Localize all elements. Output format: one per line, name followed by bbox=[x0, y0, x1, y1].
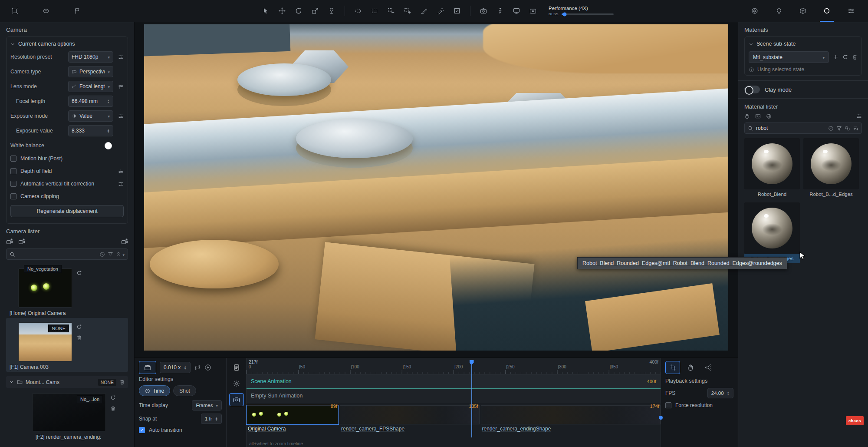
hand-icon[interactable] bbox=[683, 361, 698, 374]
timeline-clip[interactable]: 89f Original Camera bbox=[247, 404, 339, 433]
camera-tool-icon[interactable] bbox=[477, 4, 490, 18]
monitor-icon[interactable] bbox=[510, 4, 523, 18]
select-all-icon[interactable] bbox=[450, 4, 464, 18]
add-folder-camera-icon[interactable] bbox=[121, 238, 128, 245]
viewport-render[interactable] bbox=[144, 24, 728, 351]
camera-list-item-selected[interactable]: NONE [F1] Camera 003 bbox=[6, 318, 128, 372]
refresh-icon[interactable] bbox=[110, 395, 116, 401]
material-sliders-icon[interactable] bbox=[856, 113, 862, 119]
camera-folder-row[interactable]: Mount... Cams NONE bbox=[6, 376, 128, 388]
sort-icon[interactable] bbox=[853, 126, 858, 131]
refresh-icon[interactable] bbox=[76, 324, 82, 330]
sun-animation-icon[interactable] bbox=[229, 377, 244, 390]
shot-list-icon[interactable] bbox=[229, 361, 244, 374]
settings-icon[interactable] bbox=[844, 0, 858, 22]
nodes-icon[interactable] bbox=[701, 361, 716, 374]
camera-track-icon[interactable] bbox=[229, 393, 244, 406]
resolution-sliders-icon[interactable] bbox=[118, 54, 124, 60]
stepper-icon[interactable] bbox=[727, 391, 730, 395]
image-icon[interactable] bbox=[755, 113, 761, 119]
camera-type-select[interactable]: Perspective bbox=[68, 66, 113, 77]
stepper-icon[interactable] bbox=[215, 417, 218, 421]
material-name[interactable]: Robot_B...d_Edges bbox=[803, 189, 859, 199]
spheres-view-icon[interactable] bbox=[845, 126, 850, 131]
select-brush-icon[interactable] bbox=[417, 4, 431, 18]
select-ellipse-icon[interactable] bbox=[351, 4, 365, 18]
add-camera-group-icon[interactable] bbox=[18, 238, 25, 245]
stepper-icon[interactable] bbox=[107, 99, 110, 103]
select-subtract-icon[interactable] bbox=[384, 4, 398, 18]
fps-input[interactable]: 24.00 bbox=[707, 388, 733, 398]
force-resolution-checkbox[interactable] bbox=[665, 402, 671, 408]
material-search-input[interactable] bbox=[756, 125, 825, 131]
depth-of-field-checkbox[interactable] bbox=[10, 168, 16, 174]
auto-transition-checkbox[interactable] bbox=[139, 427, 145, 433]
add-camera-icon[interactable] bbox=[6, 238, 13, 245]
material-item[interactable]: Robot_B...d_Edges bbox=[803, 138, 859, 199]
trash-icon[interactable] bbox=[119, 379, 125, 385]
clear-search-icon[interactable] bbox=[828, 126, 834, 131]
select-magic-icon[interactable] bbox=[434, 4, 447, 18]
export-selection-icon[interactable] bbox=[308, 4, 322, 18]
camera-name[interactable]: [F2] render_camera_ending: bbox=[36, 434, 128, 440]
camera-thumbnail[interactable]: NONE bbox=[18, 322, 72, 361]
filter-icon[interactable] bbox=[836, 126, 842, 131]
tab-shot[interactable]: Shot bbox=[173, 385, 196, 396]
globe-icon[interactable] bbox=[766, 113, 772, 119]
material-item[interactable]: Robot_Blend bbox=[744, 138, 800, 199]
box3d-icon[interactable] bbox=[8, 4, 22, 18]
select-add-icon[interactable] bbox=[401, 4, 414, 18]
exposure-sliders-icon[interactable] bbox=[118, 113, 124, 119]
select-rect-icon[interactable] bbox=[368, 4, 381, 18]
lens-sliders-icon[interactable] bbox=[118, 84, 124, 89]
hand-pick-icon[interactable] bbox=[744, 113, 750, 119]
camera-list-item[interactable]: No_...ion [F2] render_camera_ending: bbox=[6, 389, 128, 442]
dof-sliders-icon[interactable] bbox=[118, 169, 124, 174]
exposure-mode-select[interactable]: Value bbox=[68, 110, 113, 122]
materials-tab-icon[interactable] bbox=[820, 0, 834, 22]
motion-blur-checkbox[interactable] bbox=[10, 156, 16, 162]
geometry-icon[interactable] bbox=[796, 0, 810, 22]
white-balance-swatch[interactable] bbox=[105, 142, 112, 149]
rotate-tool-icon[interactable] bbox=[292, 4, 306, 18]
clip-thumbnail[interactable] bbox=[481, 405, 661, 424]
render-settings-icon[interactable] bbox=[748, 0, 762, 22]
performance-slider-knob[interactable] bbox=[563, 12, 567, 16]
clip-name[interactable]: render_camera_FPSShape bbox=[340, 424, 480, 432]
person-filter-icon[interactable] bbox=[116, 251, 125, 258]
focal-length-input[interactable]: 66.498 mm bbox=[68, 96, 113, 107]
torus-icon[interactable] bbox=[39, 4, 53, 18]
camera-thumbnail[interactable]: No_vegetation bbox=[18, 268, 72, 308]
add-substate-icon[interactable] bbox=[833, 54, 838, 60]
camera-list-item[interactable]: No_vegetation [Home] Original Camera bbox=[6, 264, 128, 318]
clip-thumbnail[interactable] bbox=[340, 405, 480, 424]
resolution-preset-select[interactable]: FHD 1080p bbox=[68, 51, 113, 63]
sun-animation-track[interactable]: Empty Sun Animation bbox=[247, 389, 661, 403]
exposure-value-input[interactable]: 8.333 bbox=[68, 125, 113, 136]
scene-substate-header[interactable]: Scene sub-state bbox=[749, 41, 858, 47]
snapshot-icon[interactable] bbox=[526, 4, 540, 18]
flag-icon[interactable] bbox=[70, 4, 84, 18]
snap-input[interactable]: 1 fr bbox=[201, 414, 222, 424]
lens-mode-select[interactable]: Focal length bbox=[68, 81, 113, 92]
tab-time[interactable]: Time bbox=[139, 385, 170, 396]
camera-search-input[interactable] bbox=[18, 251, 97, 257]
material-name[interactable]: Robot_Blend bbox=[744, 189, 800, 199]
trash-icon[interactable] bbox=[76, 335, 82, 341]
delete-substate-icon[interactable] bbox=[852, 54, 858, 60]
timeline-ruler[interactable]: 217f 400f 0 |50 |100 |150 |200 |250 |300… bbox=[247, 358, 661, 374]
material-preview[interactable] bbox=[803, 138, 859, 189]
material-item-selected[interactable]: Robot_B...ndedges bbox=[744, 202, 800, 263]
playback-speed-input[interactable]: 0.010 x bbox=[160, 362, 191, 373]
walk-mode-icon[interactable] bbox=[493, 4, 507, 18]
play-icon[interactable] bbox=[204, 364, 211, 371]
substate-select[interactable]: Mtl_substate bbox=[749, 51, 829, 63]
refresh-substate-icon[interactable] bbox=[842, 54, 848, 60]
stepper-icon[interactable] bbox=[184, 365, 186, 370]
camera-clipping-checkbox[interactable] bbox=[10, 193, 16, 199]
material-preview[interactable] bbox=[744, 138, 800, 189]
performance-slider[interactable] bbox=[562, 13, 614, 15]
camera-name[interactable]: [Home] Original Camera bbox=[10, 310, 128, 316]
stepper-icon[interactable] bbox=[107, 129, 110, 133]
filter-icon[interactable] bbox=[108, 252, 113, 257]
